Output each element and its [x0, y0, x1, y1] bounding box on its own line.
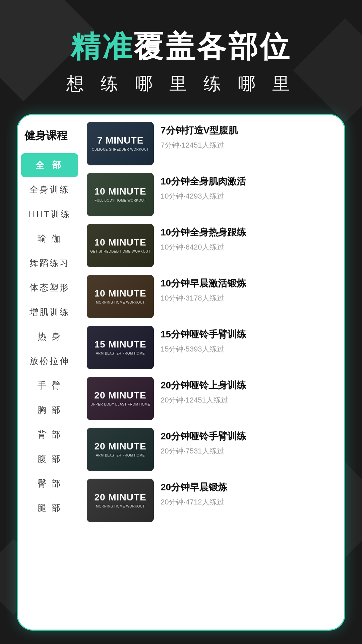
workout-info-4: 15分钟哑铃手臂训练 15分钟·5393人练过 — [161, 326, 336, 354]
thumbnail-label-1: 10 MINUTE — [94, 186, 146, 197]
sidebar-item-5[interactable]: 体态塑形 — [21, 276, 78, 300]
header-accent-text: 精准 — [71, 30, 134, 63]
workout-info-7: 20分钟早晨锻炼 20分钟·4712人练过 — [161, 479, 336, 507]
thumbnail-sub-4: ARM BLASTER FROM HOME — [94, 351, 146, 356]
sidebar-item-9[interactable]: 手 臂 — [21, 374, 78, 397]
workout-item-1[interactable]: 10 MINUTE FULL BODY HOME WORKOUT 10分钟全身肌… — [87, 173, 336, 216]
header: 精准覆盖各部位 想 练 哪 里 练 哪 里 — [0, 0, 362, 109]
thumbnail-text-7: 20 MINUTE MORNING HOME WORKOUT — [94, 492, 146, 508]
sidebar-item-2[interactable]: HIIT训练 — [21, 202, 78, 226]
thumbnail-text-5: 20 MINUTE UPPER BODY BLAST FROM HOME — [90, 390, 150, 407]
content-area[interactable]: 7 MINUTE OBLIQUE SHREDDER WORKOUT 7分钟打造V… — [81, 115, 344, 630]
workout-title-5: 20分钟哑铃上身训练 — [161, 379, 336, 392]
thumbnail-sub-2: GET SHREDDED HOME WORKOUT — [90, 249, 150, 254]
thumbnail-label-3: 10 MINUTE — [94, 288, 146, 299]
workout-item-6[interactable]: 20 MINUTE ARM BLASTER FROM HOME 20分钟哑铃手臂… — [87, 428, 336, 471]
workout-item-7[interactable]: 20 MINUTE MORNING HOME WORKOUT 20分钟早晨锻炼 … — [87, 479, 336, 522]
workout-title-7: 20分钟早晨锻炼 — [161, 481, 336, 494]
workout-title-6: 20分钟哑铃手臂训练 — [161, 430, 336, 443]
workout-info-2: 10分钟全身热身跟练 10分钟·6420人练过 — [161, 224, 336, 252]
workout-meta-0: 7分钟·12451人练过 — [161, 140, 336, 150]
thumbnail-label-7: 20 MINUTE — [94, 492, 146, 503]
workout-title-3: 10分钟早晨激活锻炼 — [161, 277, 336, 290]
workout-meta-5: 20分钟·12451人练过 — [161, 395, 336, 405]
workout-meta-1: 10分钟·4293人练过 — [161, 191, 336, 201]
workout-title-0: 7分钟打造V型腹肌 — [161, 124, 336, 137]
workout-thumbnail-2[interactable]: 10 MINUTE GET SHREDDED HOME WORKOUT — [87, 224, 154, 267]
sidebar-item-14[interactable]: 腿 部 — [21, 496, 78, 520]
sidebar-item-7[interactable]: 热 身 — [21, 325, 78, 348]
workout-item-5[interactable]: 20 MINUTE UPPER BODY BLAST FROM HOME 20分… — [87, 377, 336, 420]
header-title-line1: 精准覆盖各部位 — [13, 27, 349, 67]
workout-info-1: 10分钟全身肌肉激活 10分钟·4293人练过 — [161, 173, 336, 201]
thumbnail-text-1: 10 MINUTE FULL BODY HOME WORKOUT — [94, 186, 146, 203]
thumbnail-sub-3: MORNING HOME WORKOUT — [94, 300, 146, 305]
thumbnail-label-6: 20 MINUTE — [94, 441, 146, 452]
thumbnail-sub-5: UPPER BODY BLAST FROM HOME — [90, 402, 150, 407]
header-normal-text: 覆盖各部位 — [134, 30, 291, 63]
workout-thumbnail-6[interactable]: 20 MINUTE ARM BLASTER FROM HOME — [87, 428, 154, 471]
sidebar-items-container: 全 部全身训练HIIT训练瑜 伽舞蹈练习体态塑形增肌训练热 身放松拉伸手 臂胸 … — [18, 153, 81, 520]
sidebar-item-0[interactable]: 全 部 — [21, 153, 78, 177]
header-subtitle: 想 练 哪 里 练 哪 里 — [13, 72, 349, 96]
workout-thumbnail-7[interactable]: 20 MINUTE MORNING HOME WORKOUT — [87, 479, 154, 522]
sidebar-item-11[interactable]: 背 部 — [21, 423, 78, 446]
thumbnail-label-0: 7 MINUTE — [92, 136, 149, 146]
thumbnail-label-5: 20 MINUTE — [90, 390, 150, 401]
thumbnail-sub-0: OBLIQUE SHREDDER WORKOUT — [92, 147, 149, 152]
sidebar-item-1[interactable]: 全身训练 — [21, 178, 78, 202]
thumbnail-label-4: 15 MINUTE — [94, 339, 146, 350]
workout-thumbnail-4[interactable]: 15 MINUTE ARM BLASTER FROM HOME — [87, 326, 154, 369]
workout-thumbnail-5[interactable]: 20 MINUTE UPPER BODY BLAST FROM HOME — [87, 377, 154, 420]
sidebar-item-8[interactable]: 放松拉伸 — [21, 349, 78, 373]
workout-info-5: 20分钟哑铃上身训练 20分钟·12451人练过 — [161, 377, 336, 405]
workout-meta-6: 20分钟·7531人练过 — [161, 446, 336, 456]
workout-info-3: 10分钟早晨激活锻炼 10分钟·3178人练过 — [161, 275, 336, 303]
workout-title-4: 15分钟哑铃手臂训练 — [161, 328, 336, 341]
thumbnail-sub-1: FULL BODY HOME WORKOUT — [94, 198, 146, 203]
thumbnail-text-2: 10 MINUTE GET SHREDDED HOME WORKOUT — [90, 237, 150, 254]
sidebar-item-13[interactable]: 臀 部 — [21, 472, 78, 495]
sidebar-item-4[interactable]: 舞蹈练习 — [21, 251, 78, 275]
workout-meta-2: 10分钟·6420人练过 — [161, 242, 336, 252]
workout-info-0: 7分钟打造V型腹肌 7分钟·12451人练过 — [161, 122, 336, 150]
workout-item-2[interactable]: 10 MINUTE GET SHREDDED HOME WORKOUT 10分钟… — [87, 224, 336, 267]
sidebar-item-3[interactable]: 瑜 伽 — [21, 227, 78, 251]
thumbnail-text-4: 15 MINUTE ARM BLASTER FROM HOME — [94, 339, 146, 356]
sidebar-item-12[interactable]: 腹 部 — [21, 447, 78, 471]
workout-list: 7 MINUTE OBLIQUE SHREDDER WORKOUT 7分钟打造V… — [87, 122, 336, 522]
workout-thumbnail-1[interactable]: 10 MINUTE FULL BODY HOME WORKOUT — [87, 173, 154, 216]
main-card: 健身课程 全 部全身训练HIIT训练瑜 伽舞蹈练习体态塑形增肌训练热 身放松拉伸… — [17, 114, 345, 631]
sidebar-title: 健身课程 — [18, 122, 81, 153]
thumbnail-text-6: 20 MINUTE ARM BLASTER FROM HOME — [94, 441, 146, 458]
workout-thumbnail-0[interactable]: 7 MINUTE OBLIQUE SHREDDER WORKOUT — [87, 122, 154, 165]
card-inner: 健身课程 全 部全身训练HIIT训练瑜 伽舞蹈练习体态塑形增肌训练热 身放松拉伸… — [18, 115, 344, 630]
workout-item-0[interactable]: 7 MINUTE OBLIQUE SHREDDER WORKOUT 7分钟打造V… — [87, 122, 336, 165]
thumbnail-label-2: 10 MINUTE — [90, 237, 150, 248]
thumbnail-sub-6: ARM BLASTER FROM HOME — [94, 453, 146, 458]
workout-info-6: 20分钟哑铃手臂训练 20分钟·7531人练过 — [161, 428, 336, 456]
thumbnail-text-0: 7 MINUTE OBLIQUE SHREDDER WORKOUT — [92, 136, 149, 152]
sidebar[interactable]: 健身课程 全 部全身训练HIIT训练瑜 伽舞蹈练习体态塑形增肌训练热 身放松拉伸… — [18, 115, 81, 630]
sidebar-item-6[interactable]: 增肌训练 — [21, 300, 78, 324]
thumbnail-sub-7: MORNING HOME WORKOUT — [94, 504, 146, 508]
workout-meta-4: 15分钟·5393人练过 — [161, 344, 336, 354]
workout-meta-7: 20分钟·4712人练过 — [161, 497, 336, 507]
workout-title-2: 10分钟全身热身跟练 — [161, 226, 336, 239]
workout-meta-3: 10分钟·3178人练过 — [161, 293, 336, 303]
workout-item-3[interactable]: 10 MINUTE MORNING HOME WORKOUT 10分钟早晨激活锻… — [87, 275, 336, 318]
thumbnail-text-3: 10 MINUTE MORNING HOME WORKOUT — [94, 288, 146, 305]
workout-thumbnail-3[interactable]: 10 MINUTE MORNING HOME WORKOUT — [87, 275, 154, 318]
workout-item-4[interactable]: 15 MINUTE ARM BLASTER FROM HOME 15分钟哑铃手臂… — [87, 326, 336, 369]
sidebar-item-10[interactable]: 胸 部 — [21, 398, 78, 422]
workout-title-1: 10分钟全身肌肉激活 — [161, 175, 336, 188]
